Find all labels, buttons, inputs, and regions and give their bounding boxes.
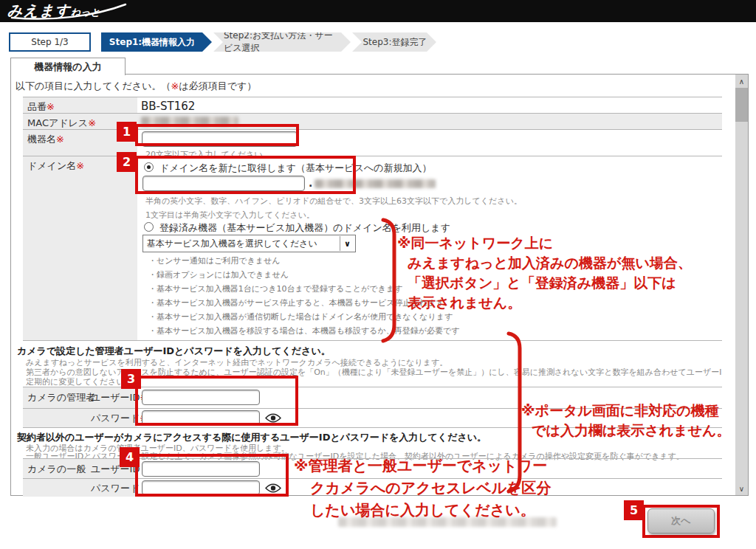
general-password-label: パスワード	[91, 482, 140, 495]
domain-note-2: 1文字目は半角英小文字で入力してください。	[145, 210, 315, 221]
domain-new-radio-label: ドメイン名を新たに取得します（基本サービスへの新規加入）	[159, 162, 432, 175]
intro-text: 以下の項目に入力してください。（※は必須項目です）	[16, 80, 256, 93]
admin-group-label: カメラの管理者	[27, 391, 95, 404]
chevron-down-icon[interactable]: ∨	[340, 236, 354, 251]
annotation-badge-2: 2	[117, 152, 137, 172]
general-password-eye-icon[interactable]	[265, 483, 281, 494]
domain-note-1: 半角の英小文字、数字、ハイフン、ピリオドの組合せで、3文字以上63文字以下で入力…	[145, 196, 522, 207]
domain-name-input[interactable]	[142, 176, 305, 191]
general-user-id-input[interactable]	[142, 461, 260, 477]
page: みえますねっと Step 1/3 Step1:機器情報入力 Step2:お支払い…	[0, 0, 756, 549]
admin-section-heading: カメラで設定した管理者ユーザーIDとパスワードを入力してください。	[17, 345, 331, 358]
part-number-value: BB-ST162	[141, 100, 195, 113]
admin-user-id-label: ユーザーID※	[91, 391, 148, 404]
base-service-device-select[interactable]: 基本サービス加入機器を選択してください ∨	[142, 235, 356, 252]
tab-device-info-input: 機器情報の入力	[10, 58, 126, 75]
step-indicator: Step 1/3	[9, 32, 91, 52]
part-number-label: 品番※	[23, 97, 137, 113]
admin-note-3: 定期的に変更してください。	[26, 376, 133, 387]
annotation-badge-5: 5	[624, 500, 644, 520]
admin-password-label: パスワード※	[91, 412, 148, 425]
next-button[interactable]: 次へ	[647, 508, 715, 534]
annotation-note-network: ※同一ネットワーク上に みえますねっと加入済みの機器が無い場合、 「選択ボタン」…	[397, 233, 692, 313]
bullet-item: ・基本サービス加入機器を移設する場合は、本機器も移設するか、再登録が必要です	[148, 324, 460, 338]
admin-user-id-input[interactable]	[142, 390, 260, 405]
logo-swoosh-icon	[7, 1, 133, 21]
general-password-input[interactable]	[142, 480, 260, 495]
step-1-device-info: Step1:機器情報入力	[101, 32, 212, 52]
step-3-complete: Step3:登録完了	[352, 32, 436, 52]
annotation-note-access-level: ※管理者と一般ユーザーでネットワー クカメラへのアクセスレベルを区分 したい場合…	[294, 455, 551, 521]
general-group-label: カメラの一般	[27, 463, 86, 476]
scrollbar-thumb[interactable]	[735, 88, 748, 122]
annotation-badge-4: 4	[120, 447, 140, 467]
scroll-down-icon[interactable]: ∨	[735, 482, 748, 495]
scroll-up-icon[interactable]: ∧	[735, 75, 748, 88]
redacted-mac-address-value	[141, 117, 238, 126]
app-header: みえますねっと	[0, 0, 756, 22]
annotation-badge-1: 1	[117, 122, 137, 142]
annotation-note-portal: ※ポータル画面に非対応の機種 では入力欄は表示されません。	[521, 401, 731, 441]
device-name-note: 20文字以下で入力してください。	[145, 149, 271, 160]
admin-password-input[interactable]	[142, 410, 260, 426]
step-2-payment-service: Step2:お支払い方法・サービス選択	[213, 32, 351, 52]
admin-password-eye-icon[interactable]	[265, 412, 281, 424]
annotation-badge-3: 3	[121, 369, 141, 389]
base-service-device-select-value: 基本サービス加入機器を選択してください	[147, 238, 317, 250]
row-part-number: 品番※	[23, 97, 722, 113]
device-name-input[interactable]	[142, 131, 298, 147]
redacted-domain-suffix	[315, 179, 436, 188]
vertical-scrollbar[interactable]: ∧ ∨	[735, 75, 748, 495]
domain-dot: .	[309, 177, 312, 189]
miemasu-net-logo: みえますねっと	[7, 1, 133, 21]
annotation-bracket-icon	[378, 217, 399, 344]
domain-existing-radio[interactable]	[144, 222, 154, 232]
domain-name-label: ドメイン名※	[23, 156, 137, 340]
domain-new-radio[interactable]	[144, 162, 154, 172]
